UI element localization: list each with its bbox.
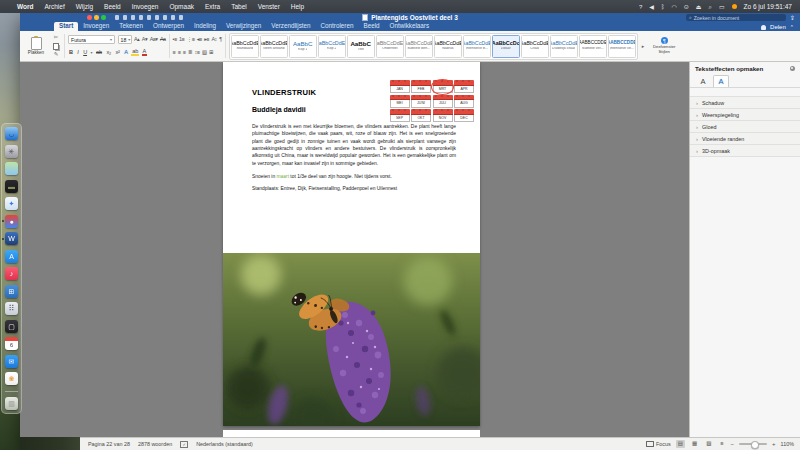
align-left-button[interactable]: ≡ (173, 50, 176, 55)
link-icon[interactable] (163, 15, 168, 20)
menu-item-extra[interactable]: Extra (205, 3, 220, 10)
style-duidelijk-citaat[interactable]: AaBbCcDdEDuidelijk citaat (550, 35, 578, 58)
numbering-button[interactable]: 1≡ (179, 37, 184, 42)
dock-trash[interactable]: ▥ (5, 397, 18, 410)
ribbon-tab-invoegen[interactable]: Invoegen (78, 22, 114, 31)
font-name-select[interactable]: Futura ▾ (68, 35, 115, 44)
menu-item-wijzig[interactable]: Wijzig (76, 3, 93, 10)
recording-icon[interactable] (732, 4, 737, 9)
spellcheck-icon[interactable] (139, 15, 144, 20)
shrink-font-button[interactable]: A▾ (142, 37, 147, 42)
dock-tv[interactable]: ▬ (5, 180, 18, 193)
wifi-icon[interactable]: ◠ (672, 4, 677, 10)
style-ondertitel[interactable]: AaBbCcDdEeOndertitel (376, 35, 404, 58)
dock-mail[interactable]: ✉ (5, 355, 18, 368)
close-window-button[interactable] (87, 15, 92, 20)
format-painter-icon[interactable]: ✎ (54, 52, 59, 58)
display-icon[interactable]: ▭ (719, 4, 725, 10)
underline-options-icon[interactable]: ▾ (91, 50, 93, 55)
volume-icon[interactable]: ◀ (649, 4, 654, 10)
ribbon-tab-tekenen[interactable]: Tekenen (114, 22, 148, 31)
style-intensieve-ve[interactable]: AABBCCDDEIntensieve ve... (608, 35, 636, 58)
ribbon-tab-verzendlijsten[interactable]: Verzendlijsten (266, 22, 315, 31)
pane-settings-icon[interactable] (790, 66, 796, 72)
menu-item-opmaak[interactable]: Opmaak (169, 3, 194, 10)
ribbon-tab-ontwikkelaars[interactable]: Ontwikkelaars (385, 22, 435, 31)
dock-music[interactable]: ♪ (5, 267, 18, 280)
dock-word[interactable]: W (5, 232, 18, 245)
line-spacing-button[interactable]: ↕≡ (195, 50, 200, 55)
zoom-slider[interactable] (739, 443, 767, 445)
shading-button[interactable]: ▨ (202, 50, 207, 55)
zoom-in-button[interactable]: + (772, 441, 776, 447)
help-icon[interactable]: ? (639, 4, 642, 10)
zoom-window-button[interactable] (101, 15, 106, 20)
multilevel-list-button[interactable]: ⋮≡ (187, 37, 195, 42)
butterfly-photo[interactable] (223, 253, 480, 426)
bluetooth-icon[interactable]: ᛒ (661, 4, 665, 10)
ribbon-tab-start[interactable]: Start (54, 22, 78, 31)
user-switch-icon[interactable]: ⊙ (684, 4, 689, 10)
underline-button[interactable]: U (82, 50, 88, 56)
draft-view-button[interactable]: ≡ (718, 440, 725, 448)
share-icon[interactable]: ⇪ (790, 14, 795, 21)
home-icon[interactable] (115, 15, 120, 20)
zoom-slider-knob[interactable] (751, 441, 759, 449)
ribbon-tab-verwijzingen[interactable]: Verwijzingen (221, 22, 266, 31)
strikethrough-button[interactable]: ab (95, 50, 103, 56)
dock-finder[interactable]: ◡ (5, 127, 18, 140)
style-citaat[interactable]: AaBbCcDdECitaat (521, 35, 549, 58)
web-layout-view-button[interactable]: ▦ (690, 440, 699, 448)
print-layout-view-button[interactable]: ▤ (676, 440, 685, 448)
section-vloeiende-randen[interactable]: ›Vloeiende randen (690, 133, 800, 145)
justify-button[interactable]: ≣ (188, 50, 192, 55)
language-indicator[interactable]: Nederlands (standaard) (196, 441, 253, 447)
bold-button[interactable]: B (68, 50, 74, 56)
align-right-button[interactable]: ≡ (183, 50, 186, 55)
word-count[interactable]: 2878 woorden (138, 441, 172, 447)
increase-indent-button[interactable]: ▸≡ (204, 37, 209, 42)
style-intensieve-b[interactable]: AaBbCcDdEIntensieve b... (463, 35, 491, 58)
zoom-percentage[interactable]: 110% (781, 441, 794, 447)
style-standaard[interactable]: AaBbCcDdEStandaard (231, 35, 259, 58)
section-3d-opmaak[interactable]: ›3D-opmaak (690, 145, 800, 157)
zoom-out-button[interactable]: − (731, 441, 735, 447)
sort-button[interactable]: A↕ (212, 37, 217, 42)
styles-pane-button[interactable]: ¶ Deelvenster Stijlen (648, 37, 680, 54)
borders-button[interactable]: ⊞ (209, 50, 213, 55)
dock-chrome[interactable]: ● (5, 215, 18, 228)
style-subtiele-ben[interactable]: AaBbCcDdESubtiele ben... (405, 35, 433, 58)
menu-item-invoegen[interactable]: Invoegen (132, 3, 159, 10)
section-schaduw[interactable]: ›Schaduw (690, 97, 800, 109)
eject-icon[interactable]: ⏏ (696, 4, 702, 10)
next-page-top[interactable] (223, 430, 480, 437)
clear-formatting-button[interactable]: Aa (160, 37, 166, 42)
tab-text-fill-outline[interactable]: A (695, 75, 711, 87)
styles-gallery-more-icon[interactable]: ▸ (641, 43, 646, 49)
menu-item-tabel[interactable]: Tabel (231, 3, 247, 10)
outline-view-button[interactable]: ▧ (704, 440, 713, 448)
dock-safari[interactable]: ✦ (5, 197, 18, 210)
dock-launchpad[interactable]: ⠿ (5, 302, 18, 315)
style-titel[interactable]: AaBbCTitel (347, 35, 375, 58)
search-icon[interactable]: ⌕ (709, 4, 712, 10)
menu-item-word[interactable]: Word (17, 3, 34, 10)
style-subtiele-ver[interactable]: AABBCCDDESubtiele ver... (579, 35, 607, 58)
grow-font-button[interactable]: A▴ (134, 37, 139, 42)
columns-icon[interactable] (155, 15, 160, 20)
ribbon-tab-controleren[interactable]: Controleren (316, 22, 359, 31)
style-kop-1[interactable]: AaBbCKop 1 (289, 35, 317, 58)
ribbon-tab-ontwerpen[interactable]: Ontwerpen (148, 22, 189, 31)
style-nadruk[interactable]: AaBbCcDdENadruk (434, 35, 462, 58)
document-page[interactable]: VLINDERSTRUIK Buddleja davidii JANFEBMRT… (223, 62, 480, 426)
paste-button[interactable]: Plakken (24, 37, 48, 56)
align-center-button[interactable]: ≡ (178, 50, 181, 55)
cut-icon[interactable]: ✂ (54, 35, 59, 41)
page-indicator[interactable]: Pagina 22 van 28 (88, 441, 130, 447)
copy-icon[interactable] (53, 43, 59, 50)
dock-app-store[interactable]: A (5, 250, 18, 263)
text-effects-button[interactable]: A (123, 50, 129, 56)
print-icon[interactable] (131, 15, 136, 20)
search-input[interactable]: ⌕ Zoeken in document (686, 14, 786, 21)
dock-calendar[interactable]: 6 (5, 337, 18, 350)
